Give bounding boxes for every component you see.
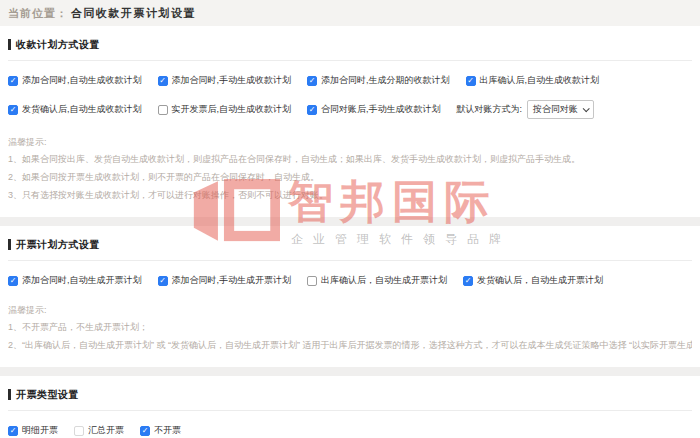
- checkbox-checked-icon[interactable]: ✓: [466, 76, 476, 86]
- checkbox-label: 汇总开票: [88, 424, 124, 437]
- checkbox-label: 出库确认后,自动生成收款计划: [480, 74, 600, 87]
- section-1: 收款计划方式设置✓添加合同时,自动生成收款计划✓添加合同时,手动生成收款计划✓添…: [0, 26, 700, 217]
- chevron-down-icon: [583, 105, 590, 112]
- checkbox-checked-icon[interactable]: ✓: [8, 276, 18, 286]
- section-separator: [0, 367, 700, 376]
- checkbox-option[interactable]: ✓发货确认后,自动生成收款计划: [8, 103, 142, 116]
- checkbox-checked-icon[interactable]: ✓: [8, 105, 18, 115]
- checkbox-label: 添加合同时,自动生成开票计划: [22, 274, 142, 287]
- checkbox-option[interactable]: ✓明细开票: [8, 424, 58, 437]
- dropdown-label: 默认对账方式为:: [457, 103, 523, 116]
- section-title: 开票类型设置: [16, 388, 79, 402]
- section-header: 开票类型设置: [8, 388, 692, 401]
- checkbox-label: 添加合同时,生成分期的收款计划: [321, 74, 450, 87]
- checkbox-row: ✓发货确认后,自动生成收款计划实开发票后,自动生成收款计划✓合同对账后,手动生成…: [8, 100, 692, 119]
- checkbox-checked-icon[interactable]: ✓: [463, 276, 473, 286]
- checkbox-option[interactable]: ✓出库确认后,自动生成收款计划: [466, 74, 600, 87]
- divider: [8, 260, 692, 261]
- dropdown-selected-value: 按合同对账: [533, 103, 578, 116]
- checkbox-label: 明细开票: [22, 424, 58, 437]
- checkbox-checked-icon[interactable]: ✓: [307, 76, 317, 86]
- checkbox-label: 出库确认后，自动生成开票计划: [321, 274, 447, 287]
- checkbox-label: 发货确认后，自动生成开票计划: [477, 274, 603, 287]
- checkbox-checked-icon[interactable]: ✓: [8, 426, 18, 436]
- checkbox-option[interactable]: ✓添加合同时,手动生成开票计划: [158, 274, 292, 287]
- section-title-bar: [8, 239, 11, 250]
- checkbox-option[interactable]: ✓发货确认后，自动生成开票计划: [463, 274, 603, 287]
- section-title-bar: [8, 39, 11, 50]
- checkbox-option[interactable]: 实开发票后,自动生成收款计划: [158, 103, 292, 116]
- section-title-bar: [8, 389, 11, 400]
- checkbox-row: ✓添加合同时,自动生成开票计划✓添加合同时,手动生成开票计划出库确认后，自动生成…: [8, 274, 692, 287]
- tips-title: 温馨提示:: [8, 302, 692, 318]
- section-title: 收款计划方式设置: [16, 38, 100, 52]
- section-header: 开票计划方式设置: [8, 238, 692, 251]
- breadcrumb-prefix: 当前位置：: [8, 6, 68, 21]
- tip-line: 2、“出库确认后，自动生成开票计划” 或 “发货确认后，自动生成开票计划” 适用…: [8, 336, 692, 354]
- checkbox-label: 实开发票后,自动生成收款计划: [172, 103, 292, 116]
- checkbox-label: 添加合同时,自动生成收款计划: [22, 74, 142, 87]
- checkbox-option[interactable]: ✓合同对账后,手动生成收款计划: [307, 103, 441, 116]
- tip-line: 1、不开票产品，不生成开票计划；: [8, 318, 692, 336]
- divider: [8, 60, 692, 61]
- checkbox-label: 添加合同时,手动生成收款计划: [172, 74, 292, 87]
- checkbox-option[interactable]: ✓不开票: [140, 424, 181, 437]
- checkbox-checked-icon[interactable]: ✓: [158, 76, 168, 86]
- checkbox-option[interactable]: ✓添加合同时,手动生成收款计划: [158, 74, 292, 87]
- checkbox-label: 合同对账后,手动生成收款计划: [321, 103, 441, 116]
- tips-title: 温馨提示:: [8, 134, 692, 150]
- section-separator: [0, 217, 700, 226]
- section-3: 开票类型设置✓明细开票汇总开票✓不开票: [0, 376, 700, 438]
- checkbox-option[interactable]: 汇总开票: [74, 424, 124, 437]
- checkbox-unchecked-icon[interactable]: [74, 426, 84, 436]
- section-title: 开票计划方式设置: [16, 238, 100, 252]
- checkbox-checked-icon[interactable]: ✓: [8, 76, 18, 86]
- tip-line: 1、如果合同按出库、发货自动生成收款计划，则虚拟产品在合同保存时，自动生成；如果…: [8, 150, 692, 168]
- checkbox-unchecked-icon[interactable]: [307, 276, 317, 286]
- page-title: 合同收款开票计划设置: [71, 6, 196, 21]
- default-reconcile-method: 默认对账方式为:按合同对账: [457, 100, 595, 119]
- checkbox-label: 添加合同时,手动生成开票计划: [172, 274, 292, 287]
- checkbox-label: 发货确认后,自动生成收款计划: [22, 103, 142, 116]
- checkbox-row: ✓添加合同时,自动生成收款计划✓添加合同时,手动生成收款计划✓添加合同时,生成分…: [8, 74, 692, 87]
- checkbox-checked-icon[interactable]: ✓: [140, 426, 150, 436]
- checkbox-option[interactable]: 出库确认后，自动生成开票计划: [307, 274, 447, 287]
- tips-block: 温馨提示:1、如果合同按出库、发货自动生成收款计划，则虚拟产品在合同保存时，自动…: [8, 134, 692, 204]
- checkbox-checked-icon[interactable]: ✓: [307, 105, 317, 115]
- tip-line: 3、只有选择按对账生成收款计划，才可以进行对账操作，否则不可以进行对账。: [8, 186, 692, 204]
- checkbox-option[interactable]: ✓添加合同时,自动生成开票计划: [8, 274, 142, 287]
- section-header: 收款计划方式设置: [8, 38, 692, 51]
- checkbox-option[interactable]: ✓添加合同时,生成分期的收款计划: [307, 74, 450, 87]
- tips-block: 温馨提示:1、不开票产品，不生成开票计划；2、“出库确认后，自动生成开票计划” …: [8, 302, 692, 354]
- checkbox-row: ✓明细开票汇总开票✓不开票: [8, 424, 692, 437]
- checkbox-label: 不开票: [154, 424, 181, 437]
- section-2: 开票计划方式设置✓添加合同时,自动生成开票计划✓添加合同时,手动生成开票计划出库…: [0, 226, 700, 367]
- checkbox-checked-icon[interactable]: ✓: [158, 276, 168, 286]
- default-reconcile-method-select[interactable]: 按合同对账: [527, 100, 594, 119]
- checkbox-option[interactable]: ✓添加合同时,自动生成收款计划: [8, 74, 142, 87]
- settings-sections: 收款计划方式设置✓添加合同时,自动生成收款计划✓添加合同时,手动生成收款计划✓添…: [0, 26, 700, 438]
- checkbox-unchecked-icon[interactable]: [158, 105, 168, 115]
- breadcrumb: 当前位置： 合同收款开票计划设置: [0, 0, 700, 26]
- tip-line: 2、如果合同按开票生成收款计划，则不开票的产品在合同保存时，自动生成。: [8, 168, 692, 186]
- divider: [8, 410, 692, 411]
